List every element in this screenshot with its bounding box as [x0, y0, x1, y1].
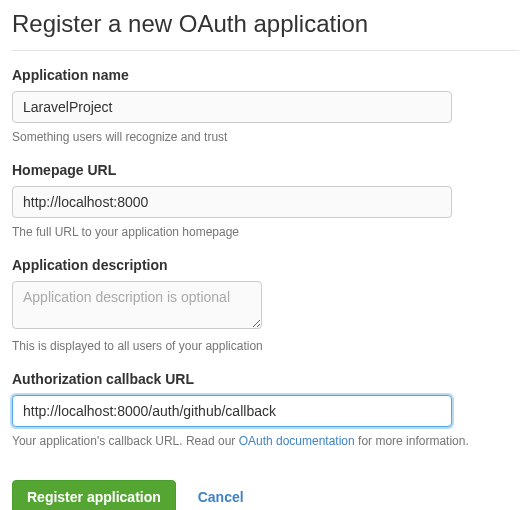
oauth-docs-link[interactable]: OAuth documentation [239, 434, 355, 448]
register-button[interactable]: Register application [12, 480, 176, 510]
homepage-label: Homepage URL [12, 162, 519, 178]
field-homepage: Homepage URL The full URL to your applic… [12, 162, 519, 239]
callback-input[interactable] [12, 395, 452, 427]
divider [12, 50, 519, 51]
description-helper: This is displayed to all users of your a… [12, 339, 519, 353]
description-label: Application description [12, 257, 519, 273]
cancel-button[interactable]: Cancel [198, 489, 244, 505]
app-name-label: Application name [12, 67, 519, 83]
field-app-name: Application name Something users will re… [12, 67, 519, 144]
field-description: Application description This is displaye… [12, 257, 519, 353]
field-callback: Authorization callback URL Your applicat… [12, 371, 519, 448]
callback-label: Authorization callback URL [12, 371, 519, 387]
description-input[interactable] [12, 281, 262, 329]
callback-helper: Your application's callback URL. Read ou… [12, 434, 519, 448]
actions-row: Register application Cancel [12, 466, 519, 510]
app-name-helper: Something users will recognize and trust [12, 130, 519, 144]
callback-helper-suffix: for more information. [355, 434, 469, 448]
homepage-input[interactable] [12, 186, 452, 218]
callback-helper-prefix: Your application's callback URL. Read ou… [12, 434, 239, 448]
app-name-input[interactable] [12, 91, 452, 123]
page-title: Register a new OAuth application [12, 10, 519, 38]
homepage-helper: The full URL to your application homepag… [12, 225, 519, 239]
